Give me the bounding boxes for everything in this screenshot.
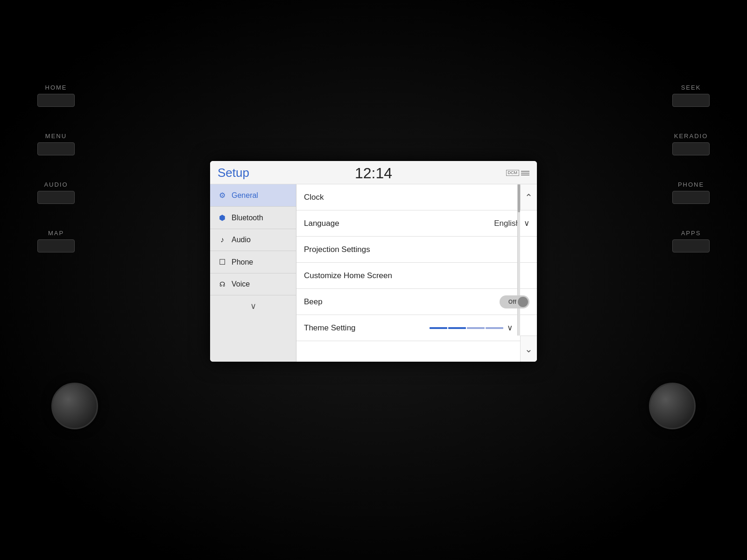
scroll-down-button[interactable]: ⌄ <box>520 336 537 362</box>
theme-line-2 <box>448 327 466 329</box>
theme-label: Theme Setting <box>304 323 430 333</box>
row-theme[interactable]: Theme Setting ∨ <box>296 315 537 341</box>
projection-label: Projection Settings <box>304 245 529 254</box>
screen-header: Setup 12:14 DCM <box>210 161 537 184</box>
screen: Setup 12:14 DCM ⚙ General ⬢ <box>210 161 537 362</box>
theme-line-1 <box>430 327 447 329</box>
row-clock[interactable]: Clock <box>296 184 537 210</box>
car-frame: HOME MENU AUDIO MAP SEEK KERADIO PHONE <box>0 0 747 560</box>
sidebar-label-audio: Audio <box>232 236 251 244</box>
sidebar-item-general[interactable]: ⚙ General <box>210 184 296 207</box>
sidebar: ⚙ General ⬢ Bluetooth ♪ Audio ☐ Phone ☊ <box>210 184 296 362</box>
hw-rect-apps[interactable] <box>672 239 710 252</box>
sidebar-label-voice: Voice <box>232 280 250 288</box>
hw-rect-seek[interactable] <box>672 94 710 107</box>
language-value: English ∨ <box>494 218 529 228</box>
dcm-icons: DCM <box>506 170 530 176</box>
hw-rect-phone[interactable] <box>672 191 710 204</box>
dcm-box: DCM <box>506 170 520 176</box>
hw-label-keradio: KERADIO <box>674 133 708 140</box>
toggle-knob <box>518 297 528 307</box>
customize-label: Customize Home Screen <box>304 271 529 280</box>
hw-label-apps: APPS <box>681 230 701 237</box>
theme-line-3 <box>467 327 485 329</box>
hw-label-home: HOME <box>45 84 67 91</box>
hw-buttons-left: HOME MENU AUDIO MAP <box>37 84 75 252</box>
language-current: English <box>494 219 520 228</box>
hw-button-group-menu[interactable]: MENU <box>37 133 75 155</box>
hw-label-seek: SEEK <box>681 84 701 91</box>
chevron-down-double-icon: ⌄ <box>525 343 533 355</box>
clock-display: 12:14 <box>355 165 392 182</box>
row-customize[interactable]: Customize Home Screen <box>296 263 537 289</box>
page-title: Setup <box>218 166 249 180</box>
hw-button-group-apps[interactable]: APPS <box>672 230 710 252</box>
language-label: Language <box>304 219 494 228</box>
phone-icon: ☐ <box>218 258 227 266</box>
hw-label-menu: MENU <box>45 133 67 140</box>
row-projection[interactable]: Projection Settings <box>296 237 537 263</box>
theme-dropdown-icon[interactable]: ∨ <box>507 323 513 333</box>
bluetooth-icon: ⬢ <box>218 213 227 222</box>
chevron-up-icon: ⌃ <box>525 192 533 203</box>
hw-button-group-keradio[interactable]: KERADIO <box>672 133 710 155</box>
beep-toggle[interactable]: Off <box>500 295 529 308</box>
scroll-up-button[interactable]: ⌃ <box>520 184 537 210</box>
dcm-line-2 <box>521 173 529 174</box>
beep-toggle-text: Off <box>508 299 516 305</box>
hw-label-phone: PHONE <box>678 181 704 188</box>
right-knob[interactable] <box>649 383 696 429</box>
sidebar-item-voice[interactable]: ☊ Voice <box>210 273 296 295</box>
hw-button-group-home[interactable]: HOME <box>37 84 75 107</box>
content-area: ⌃ Clock Language English ∨ Projection Se <box>296 184 537 362</box>
theme-value: ∨ <box>430 323 513 333</box>
theme-color-bar <box>430 327 503 329</box>
sidebar-item-bluetooth[interactable]: ⬢ Bluetooth <box>210 207 296 229</box>
hw-buttons-right: SEEK KERADIO PHONE APPS <box>672 84 710 252</box>
sidebar-item-audio[interactable]: ♪ Audio <box>210 229 296 251</box>
clock-label: Clock <box>304 193 529 202</box>
voice-icon: ☊ <box>218 280 227 288</box>
hw-label-audio: AUDIO <box>44 181 68 188</box>
sidebar-label-general: General <box>232 191 258 200</box>
sidebar-item-phone[interactable]: ☐ Phone <box>210 251 296 273</box>
dcm-lines-icon <box>521 171 529 175</box>
row-beep[interactable]: Beep Off <box>296 289 537 315</box>
beep-value: Off <box>500 295 529 308</box>
music-note-icon: ♪ <box>218 236 227 244</box>
gear-icon: ⚙ <box>218 191 227 200</box>
sidebar-label-phone: Phone <box>232 258 253 266</box>
hw-button-group-phone[interactable]: PHONE <box>672 181 710 204</box>
hw-rect-keradio[interactable] <box>672 142 710 155</box>
hw-button-group-audio[interactable]: AUDIO <box>37 181 75 204</box>
hw-label-map: MAP <box>48 230 64 237</box>
hw-rect-map[interactable] <box>37 239 75 252</box>
sidebar-label-bluetooth: Bluetooth <box>232 214 263 222</box>
hw-button-group-map[interactable]: MAP <box>37 230 75 252</box>
language-dropdown-icon[interactable]: ∨ <box>524 218 529 228</box>
sidebar-more-button[interactable]: ∨ <box>210 295 296 317</box>
dcm-line-3 <box>521 175 529 175</box>
dcm-line-1 <box>521 171 529 172</box>
screen-body: ⚙ General ⬢ Bluetooth ♪ Audio ☐ Phone ☊ <box>210 184 537 362</box>
left-knob[interactable] <box>51 383 98 429</box>
hw-button-group-seek[interactable]: SEEK <box>672 84 710 107</box>
theme-line-4 <box>486 327 503 329</box>
row-language[interactable]: Language English ∨ <box>296 210 537 237</box>
chevron-down-icon: ∨ <box>250 301 256 311</box>
hw-rect-menu[interactable] <box>37 142 75 155</box>
hw-rect-audio[interactable] <box>37 191 75 204</box>
hw-rect-home[interactable] <box>37 94 75 107</box>
beep-label: Beep <box>304 297 500 307</box>
